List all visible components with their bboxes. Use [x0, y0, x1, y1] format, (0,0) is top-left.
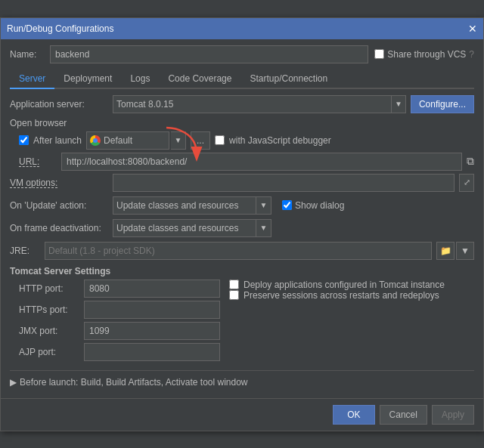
- tab-server[interactable]: Server: [10, 70, 54, 89]
- browser-dropdown-arrow[interactable]: ▼: [171, 131, 186, 150]
- open-browser-label: Open browser: [10, 118, 474, 128]
- show-dialog-wrapper: Show dialog: [282, 200, 344, 211]
- ajp-port-label: AJP port:: [19, 347, 79, 357]
- vm-options-input[interactable]: [113, 174, 455, 192]
- tab-code-coverage[interactable]: Code Coverage: [159, 70, 240, 89]
- bottom-bar: OK Cancel Apply: [1, 398, 483, 431]
- on-frame-deactivation-row: On frame deactivation: Update classes an…: [10, 219, 474, 237]
- frame-deactivation-combo[interactable]: Update classes and resources: [113, 219, 256, 237]
- http-port-input[interactable]: [84, 280, 220, 298]
- url-open-icon[interactable]: ⧉: [467, 155, 474, 168]
- share-vcs-row: Share through VCS ?: [374, 49, 474, 60]
- preserve-sessions-checkbox[interactable]: [229, 290, 239, 300]
- app-server-dropdown-arrow[interactable]: ▼: [391, 95, 406, 113]
- ok-button[interactable]: OK: [333, 405, 374, 425]
- before-launch-expand-icon: ▶: [10, 377, 17, 388]
- preserve-sessions-label: Preserve sessions across restarts and re…: [244, 290, 439, 301]
- share-vcs-help-icon: ?: [469, 49, 474, 60]
- app-server-select-wrapper: Tomcat 8.0.15 ▼: [113, 95, 406, 113]
- after-launch-row: After launch Default ▼ ... with JavaScri…: [19, 131, 474, 150]
- update-dropdown-arrow[interactable]: ▼: [256, 196, 271, 215]
- close-button[interactable]: ✕: [468, 23, 477, 34]
- vm-options-row: VM options: ⤢: [10, 174, 474, 192]
- browser-dots-button[interactable]: ...: [191, 131, 210, 150]
- vm-expand-button[interactable]: ⤢: [459, 174, 474, 192]
- tab-deployment[interactable]: Deployment: [54, 70, 121, 89]
- apply-button[interactable]: Apply: [432, 405, 474, 425]
- http-port-row: HTTP port:: [19, 280, 220, 298]
- jmx-port-row: JMX port:: [19, 322, 220, 340]
- jmx-port-input[interactable]: [84, 322, 220, 340]
- update-combo[interactable]: Update classes and resources: [113, 196, 256, 215]
- url-label: URL:: [19, 156, 57, 167]
- dialog-title: Run/Debug Configurations: [7, 23, 113, 34]
- preserve-sessions-row: Preserve sessions across restarts and re…: [229, 290, 474, 301]
- show-dialog-label: Show dialog: [295, 200, 344, 211]
- deploy-apps-checkbox[interactable]: [229, 280, 239, 289]
- share-vcs-label: Share through VCS: [387, 49, 466, 60]
- https-port-label: HTTPs port:: [19, 304, 79, 315]
- before-launch-bar[interactable]: ▶ Before launch: Build, Build Artifacts,…: [10, 377, 474, 388]
- frame-deactivation-arrow[interactable]: ▼: [256, 219, 271, 237]
- jre-icons: 📁 ▼: [436, 242, 474, 260]
- tab-logs[interactable]: Logs: [121, 70, 159, 89]
- browser-combo-wrapper: Default ▼: [86, 131, 186, 150]
- show-dialog-checkbox[interactable]: [282, 200, 292, 210]
- deploy-apps-label: Deploy applications configured in Tomcat…: [244, 280, 445, 290]
- jmx-port-label: JMX port:: [19, 326, 79, 336]
- run-debug-dialog: Run/Debug Configurations ✕ Name: Share t…: [0, 17, 484, 431]
- http-port-label: HTTP port:: [19, 283, 79, 294]
- https-port-input[interactable]: [84, 301, 220, 319]
- jre-dropdown-icon[interactable]: ▼: [456, 242, 474, 260]
- dialog-content: Name: Share through VCS ? Server Deploym…: [1, 39, 483, 398]
- share-vcs-checkbox[interactable]: [374, 49, 384, 59]
- title-bar: Run/Debug Configurations ✕: [1, 18, 483, 39]
- jre-input[interactable]: [45, 242, 432, 260]
- ajp-port-input[interactable]: [84, 343, 220, 361]
- deploy-apps-row: Deploy applications configured in Tomcat…: [229, 280, 474, 290]
- jre-label: JRE:: [10, 246, 40, 256]
- frame-deactivation-combo-wrapper: Update classes and resources ▼: [113, 219, 271, 237]
- https-port-row: HTTPs port:: [19, 301, 220, 319]
- js-debugger-label: with JavaScript debugger: [229, 135, 331, 146]
- jre-folder-icon[interactable]: 📁: [436, 242, 455, 260]
- tomcat-ports-col: HTTP port: HTTPs port: JMX port: AJP por…: [19, 280, 220, 364]
- vm-options-label: VM options:: [10, 178, 108, 188]
- ajp-port-row: AJP port:: [19, 343, 220, 361]
- app-server-combo-wrapper: Tomcat 8.0.15 ▼: [113, 95, 406, 113]
- browser-combo[interactable]: Default: [86, 131, 169, 150]
- url-row: URL: ⧉: [19, 153, 474, 171]
- cancel-button[interactable]: Cancel: [380, 405, 427, 425]
- tomcat-settings-section: HTTP port: HTTPs port: JMX port: AJP por…: [19, 280, 474, 364]
- configure-button[interactable]: Configure...: [411, 95, 474, 113]
- app-server-row: Application server: Tomcat 8.0.15 ▼ Conf…: [10, 95, 474, 113]
- chrome-icon: [90, 135, 101, 146]
- app-server-select[interactable]: Tomcat 8.0.15: [113, 95, 391, 113]
- after-launch-label: After launch: [33, 135, 82, 146]
- name-row: Name: Share through VCS ?: [10, 45, 474, 63]
- jre-row: JRE: 📁 ▼: [10, 242, 474, 260]
- tabs-bar: Server Deployment Logs Code Coverage Sta…: [10, 70, 474, 89]
- js-debugger-checkbox[interactable]: [215, 135, 225, 145]
- tomcat-options-col: Deploy applications configured in Tomcat…: [229, 280, 474, 364]
- divider: [10, 370, 474, 371]
- browser-label: Default: [104, 135, 132, 146]
- name-input[interactable]: [50, 45, 368, 63]
- tomcat-section-title: Tomcat Server Settings: [10, 266, 474, 277]
- after-launch-checkbox[interactable]: [19, 135, 29, 145]
- update-combo-wrapper: Update classes and resources ▼: [113, 196, 271, 215]
- before-launch-label: Before launch: Build, Build Artifacts, A…: [20, 377, 248, 388]
- tab-startup[interactable]: Startup/Connection: [240, 70, 337, 89]
- name-label: Name:: [10, 49, 44, 60]
- on-update-label: On 'Update' action:: [10, 200, 108, 211]
- on-update-row: On 'Update' action: Update classes and r…: [10, 196, 474, 215]
- app-server-label: Application server:: [10, 99, 108, 110]
- open-browser-section: After launch Default ▼ ... with JavaScri…: [19, 131, 474, 171]
- url-input[interactable]: [61, 153, 462, 171]
- on-frame-deactivation-label: On frame deactivation:: [10, 223, 108, 233]
